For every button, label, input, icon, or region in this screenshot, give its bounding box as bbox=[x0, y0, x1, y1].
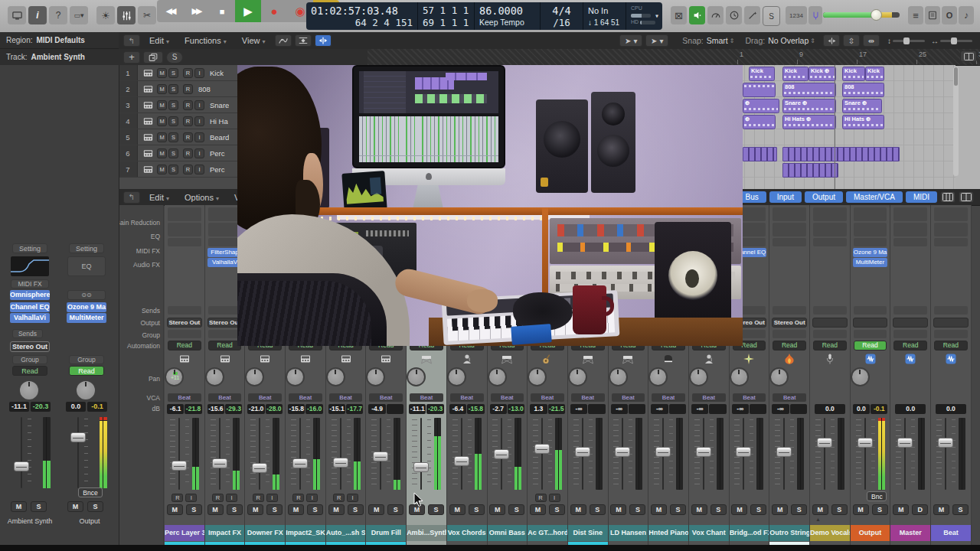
solo-button[interactable]: S bbox=[168, 84, 178, 94]
midi-fx-slot[interactable] bbox=[934, 238, 968, 246]
count-in-button[interactable]: 1234 bbox=[786, 6, 807, 24]
solo-button[interactable]: S bbox=[469, 504, 485, 515]
peak-value[interactable]: -20.3 bbox=[31, 402, 51, 412]
peak-value[interactable] bbox=[750, 404, 766, 414]
left-click-tool[interactable]: ➤▾ bbox=[619, 34, 642, 47]
record-enable-button[interactable]: R bbox=[535, 494, 547, 502]
mute-button[interactable]: M bbox=[157, 148, 167, 158]
mixer-menu-item[interactable]: Options ▾ bbox=[185, 193, 219, 202]
track-name[interactable]: 808 bbox=[198, 85, 211, 93]
volume-fader[interactable] bbox=[655, 447, 671, 457]
volume-value[interactable]: -∞ bbox=[570, 404, 587, 414]
vca-assignment[interactable]: Beat bbox=[369, 393, 403, 402]
midi-region[interactable]: ⊕ bbox=[743, 115, 776, 129]
tuning-fork-icon[interactable] bbox=[808, 6, 822, 24]
volume-value[interactable]: -15.6 bbox=[207, 404, 224, 414]
software-monitoring-button[interactable] bbox=[689, 6, 705, 24]
strip-name[interactable]: Outro Strings bbox=[769, 525, 809, 541]
group-slot[interactable] bbox=[934, 330, 968, 338]
automation-mode-button[interactable]: Read bbox=[168, 341, 201, 350]
track-header-row[interactable]: 5 M S R I Beard bbox=[119, 129, 237, 145]
input-monitor-button[interactable]: I bbox=[194, 116, 204, 126]
solo-button[interactable]: S bbox=[508, 504, 524, 515]
record-enable-button[interactable]: R bbox=[183, 68, 193, 78]
smart-controls-button[interactable]: ☀ bbox=[96, 6, 115, 24]
mute-button[interactable]: M bbox=[530, 504, 546, 515]
channel-filter-button[interactable]: Master/VCA bbox=[846, 191, 903, 203]
record-enable-button[interactable]: R bbox=[183, 148, 193, 158]
output-routing-button[interactable]: Stereo Out bbox=[10, 341, 50, 352]
peak-value[interactable]: -20.3 bbox=[426, 404, 443, 414]
lcd-chevron-icon[interactable]: ▾ bbox=[655, 11, 659, 20]
vca-assignment[interactable]: Beat bbox=[531, 393, 564, 402]
editors-button[interactable]: ✂ bbox=[138, 6, 156, 24]
volume-fader[interactable] bbox=[14, 461, 29, 471]
peak-value[interactable] bbox=[709, 404, 726, 414]
eq-slot[interactable] bbox=[208, 223, 242, 236]
midi-region[interactable]: Hi Hats ⊕ bbox=[842, 115, 884, 129]
automation-mode-button[interactable]: Read bbox=[208, 341, 242, 350]
strip-name[interactable]: Perc Layer 3 bbox=[165, 525, 204, 541]
automation-mode-button[interactable]: Read bbox=[773, 341, 806, 350]
solo-button[interactable]: S bbox=[629, 504, 645, 515]
mute-button[interactable]: M bbox=[11, 501, 27, 512]
eq-slot[interactable] bbox=[893, 223, 927, 236]
volume-value[interactable]: 0.0 bbox=[815, 404, 845, 414]
volume-value[interactable]: -6.1 bbox=[167, 404, 184, 414]
midi-region[interactable]: Hi Hats ⊕ bbox=[782, 115, 836, 129]
solo-button[interactable]: S bbox=[168, 148, 178, 158]
eq-slot[interactable] bbox=[773, 223, 806, 236]
strip-name[interactable]: Bridg...od FX bbox=[730, 525, 769, 541]
vca-assignment[interactable]: Beat bbox=[571, 393, 605, 402]
mute-button[interactable]: M bbox=[207, 504, 224, 515]
pan-knob[interactable] bbox=[488, 367, 507, 386]
audio-fx-plugin[interactable]: Channel EQ bbox=[10, 302, 50, 312]
pan-knob[interactable] bbox=[528, 367, 547, 386]
vca-assignment[interactable]: Beat bbox=[692, 393, 726, 402]
midi-region[interactable]: ⊕ bbox=[743, 99, 779, 113]
pan-knob[interactable] bbox=[447, 367, 466, 386]
stereo-format-button[interactable]: ⊙⊙ bbox=[67, 290, 106, 300]
input-monitor-button[interactable]: I bbox=[226, 494, 237, 502]
library-button[interactable] bbox=[8, 6, 26, 24]
solo-button[interactable]: S bbox=[168, 165, 178, 174]
midi-region[interactable]: Kick bbox=[749, 67, 775, 81]
bounce-button[interactable]: Bnc bbox=[867, 491, 887, 501]
mute-button[interactable]: M bbox=[731, 504, 747, 515]
lcd-display[interactable]: 01:02:57:03.48 64 2 4 151 57 1 1 1 69 1 … bbox=[306, 2, 662, 30]
record-enable-button[interactable]: R bbox=[183, 116, 193, 126]
group-slot[interactable] bbox=[893, 330, 927, 338]
volume-value[interactable]: -6.4 bbox=[449, 404, 466, 414]
master-mute-button[interactable]: ⊠ bbox=[671, 6, 687, 24]
quick-help-button[interactable]: ? bbox=[49, 6, 67, 24]
peak-value[interactable] bbox=[629, 404, 645, 414]
video-overlay[interactable] bbox=[237, 65, 743, 346]
automation-mode-button[interactable]: Read bbox=[69, 366, 104, 376]
sends-slot[interactable] bbox=[854, 306, 887, 315]
peak-value[interactable]: -28.0 bbox=[266, 404, 283, 414]
mute-button[interactable]: M bbox=[449, 504, 466, 515]
midi-region[interactable]: 808 bbox=[842, 83, 884, 97]
track-name[interactable]: Kick bbox=[210, 69, 224, 77]
pan-knob[interactable] bbox=[730, 367, 749, 386]
audio-fx-plugin[interactable]: MultiMeter bbox=[853, 258, 888, 267]
peak-value[interactable]: -13.0 bbox=[508, 404, 524, 414]
output-routing-button[interactable] bbox=[893, 318, 928, 328]
midi-region[interactable] bbox=[782, 147, 900, 161]
group-slot[interactable] bbox=[208, 330, 242, 338]
midi-region[interactable]: Kick bbox=[865, 67, 884, 81]
vca-assignment[interactable]: Beat bbox=[410, 393, 443, 402]
vca-assignment[interactable]: Beat bbox=[612, 393, 645, 402]
strip-name[interactable]: Output bbox=[851, 525, 890, 541]
vca-assignment[interactable]: Beat bbox=[652, 393, 685, 402]
track-header-row[interactable]: 7 M S R I Perc bbox=[119, 161, 237, 178]
midi-fx-slot[interactable] bbox=[813, 238, 847, 246]
pan-knob[interactable] bbox=[769, 367, 789, 386]
mixer-menu-item[interactable]: Edit ▾ bbox=[149, 193, 169, 202]
drag-value[interactable]: No Overlap bbox=[768, 36, 808, 45]
automation-mode-button[interactable]: Read bbox=[893, 341, 927, 350]
volume-thumb[interactable] bbox=[871, 9, 882, 21]
solo-button[interactable]: S bbox=[348, 504, 364, 515]
sends-slot[interactable] bbox=[168, 306, 201, 315]
volume-fader[interactable] bbox=[575, 447, 590, 457]
